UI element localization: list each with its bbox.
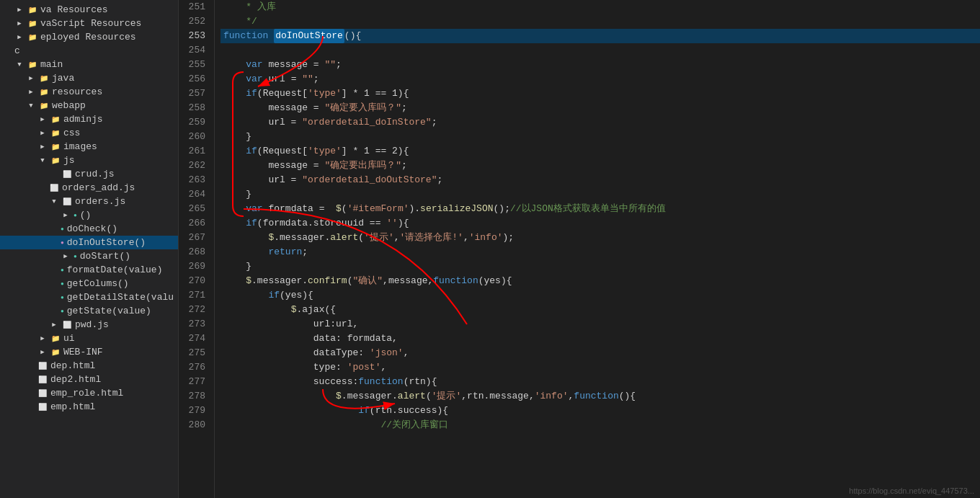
sidebar-item-label: eployed Resources	[40, 32, 136, 43]
sidebar-item-formatDate[interactable]: ● formatDate(value)	[0, 263, 178, 277]
sidebar-item-label: webapp	[52, 100, 86, 111]
sidebar-item-doStart[interactable]: ▶ ● doStart()	[0, 249, 178, 263]
folder-icon: 📁	[27, 32, 37, 43]
file-icon: ⬜	[62, 320, 72, 330]
sidebar-item-webapp[interactable]: ▼ 📁 webapp	[0, 99, 178, 112]
sidebar-item-doCheck[interactable]: ● doCheck()	[0, 222, 178, 236]
sidebar-item-label: ()	[80, 210, 92, 221]
func-dot-icon: ●	[61, 267, 64, 273]
sidebar-item-java[interactable]: ▶ 📁 java	[0, 71, 178, 85]
sidebar-item-emp-html[interactable]: ⬜ emp.html	[0, 400, 178, 414]
code-line-257: if(Request['type'] * 1 == 1){	[220, 86, 980, 101]
line-num-253: 253	[184, 29, 208, 43]
folder-icon: 📁	[50, 128, 61, 138]
code-line-280: //关闭入库窗口	[220, 418, 980, 432]
func-dot-icon: ●	[61, 294, 64, 301]
folder-icon: 📁	[50, 142, 61, 152]
line-num-267: 267	[184, 231, 208, 245]
code-line-260: }	[220, 130, 980, 144]
sidebar-item-orders-js[interactable]: ▼ ⬜ orders.js	[0, 195, 178, 208]
sidebar-item-doInOutStore[interactable]: ● doInOutStore()	[0, 236, 178, 249]
code-line-278: $.messager.alert('提示',rtn.message,'info'…	[220, 389, 980, 404]
folder-icon: 📁	[27, 60, 37, 70]
sidebar-item-pwd-js[interactable]: ▶ ⬜ pwd.js	[0, 318, 178, 332]
sidebar-item-getState[interactable]: ● getState(value)	[0, 304, 178, 318]
code-line-274: data: formdata,	[220, 332, 980, 346]
sidebar-item-crud-js[interactable]: ⬜ crud.js	[0, 167, 178, 181]
line-num-277: 277	[184, 375, 208, 389]
sidebar-item-js[interactable]: ▼ 📁 js	[0, 154, 178, 167]
jsfile-icon	[49, 169, 59, 179]
line-num-273: 273	[184, 317, 208, 332]
arrow-icon: ▶	[37, 128, 48, 138]
sidebar-item-vascript-resources[interactable]: ▶ 📁 vaScript Resources	[0, 17, 178, 30]
line-num-254: 254	[184, 43, 208, 58]
arrow-icon: ▼	[37, 156, 48, 166]
code-line-277: success:function(rtn){	[220, 375, 980, 389]
folder-icon: 📁	[50, 347, 61, 357]
file-icon: ⬜	[62, 169, 72, 179]
line-num-280: 280	[184, 418, 208, 432]
sidebar-item-getColums[interactable]: ● getColums()	[0, 277, 178, 290]
code-line-275: dataType: 'json',	[220, 346, 980, 360]
folder-icon: 📁	[39, 74, 49, 84]
code-line-267: $.messager.alert('提示','请选择仓库!','info');	[220, 231, 980, 245]
arrow-icon: ▶	[61, 210, 71, 221]
sidebar-item-label: java	[52, 73, 74, 84]
sidebar-item-label: ui	[63, 333, 75, 344]
sidebar-item-emp-role-html[interactable]: ⬜ emp_role.html	[0, 386, 178, 400]
sidebar-item-web-inf[interactable]: ▶ 📁 WEB-INF	[0, 345, 178, 359]
htmlfile-icon: ⬜	[37, 388, 48, 399]
code-line-268: return;	[220, 245, 980, 259]
sidebar-item-dep2-html[interactable]: ⬜ dep2.html	[0, 373, 178, 386]
line-num-264: 264	[184, 187, 208, 202]
arrow-icon: ▼	[26, 101, 36, 111]
line-num-257: 257	[184, 86, 208, 101]
line-num-278: 278	[184, 389, 208, 404]
line-num-259: 259	[184, 115, 208, 130]
line-num-275: 275	[184, 346, 208, 360]
arrow-icon: ▶	[26, 87, 36, 97]
code-line-266: if(formdata.storeuuid == ''){	[220, 216, 980, 231]
code-line-271: if(yes){	[220, 288, 980, 303]
line-num-276: 276	[184, 360, 208, 375]
sidebar-item-label: WEB-INF	[63, 347, 103, 357]
sidebar-item-resources[interactable]: ▶ 📁 resources	[0, 85, 178, 99]
func-dot-icon: ●	[61, 226, 64, 232]
sidebar-item-css[interactable]: ▶ 📁 css	[0, 126, 178, 140]
sidebar-item-va-resources[interactable]: ▶ 📁 va Resources	[0, 3, 178, 17]
sidebar-item-dep-html[interactable]: ⬜ dep.html	[0, 359, 178, 373]
sidebar-item-orders-add-js[interactable]: ⬜ orders_add.js	[0, 181, 178, 195]
sidebar-item-func-empty[interactable]: ▶ ● ()	[0, 208, 178, 222]
arrow-icon: ▶	[49, 320, 59, 330]
folder-icon: 📁	[27, 19, 37, 29]
line-num-255: 255	[184, 58, 208, 72]
line-num-279: 279	[184, 404, 208, 418]
sidebar-item-ui[interactable]: ▶ 📁 ui	[0, 332, 178, 345]
line-num-262: 262	[184, 159, 208, 173]
line-num-268: 268	[184, 245, 208, 259]
code-line-255: var message = "";	[220, 58, 980, 72]
folder-icon: 📁	[39, 87, 49, 97]
sidebar-item-label: main	[40, 59, 63, 70]
func-dot-icon: ●	[61, 280, 64, 287]
code-line-262: message = "确定要出库吗？";	[220, 159, 980, 173]
sidebar-item-eployed-resources[interactable]: ▶ 📁 eployed Resources	[0, 30, 178, 44]
line-num-261: 261	[184, 144, 208, 159]
sidebar-item-label: dep.html	[50, 360, 95, 371]
arrow-icon: ▶	[37, 347, 48, 357]
code-line-264: }	[220, 187, 980, 202]
file-icon: ⬜	[62, 197, 72, 207]
sidebar-item-getDetailState[interactable]: ● getDetailState(valu	[0, 290, 178, 304]
code-line-273: url:url,	[220, 317, 980, 332]
sidebar-item-label: orders_add.js	[62, 182, 135, 193]
sidebar-item-label: formatDate(value)	[67, 264, 163, 275]
sidebar-item-label: vaScript Resources	[40, 18, 141, 29]
code-editor[interactable]: 251 252 253 254 255 256 257 258 259 260 …	[179, 0, 980, 498]
folder-icon: 📁	[50, 156, 61, 166]
sidebar-item-main[interactable]: ▼ 📁 main	[0, 58, 178, 71]
sidebar-item-images[interactable]: ▶ 📁 images	[0, 140, 178, 154]
sidebar-item-label: emp_role.html	[50, 388, 123, 399]
file-tree-sidebar[interactable]: ▶ 📁 va Resources ▶ 📁 vaScript Resources …	[0, 0, 179, 498]
sidebar-item-adminjs[interactable]: ▶ 📁 adminjs	[0, 112, 178, 126]
